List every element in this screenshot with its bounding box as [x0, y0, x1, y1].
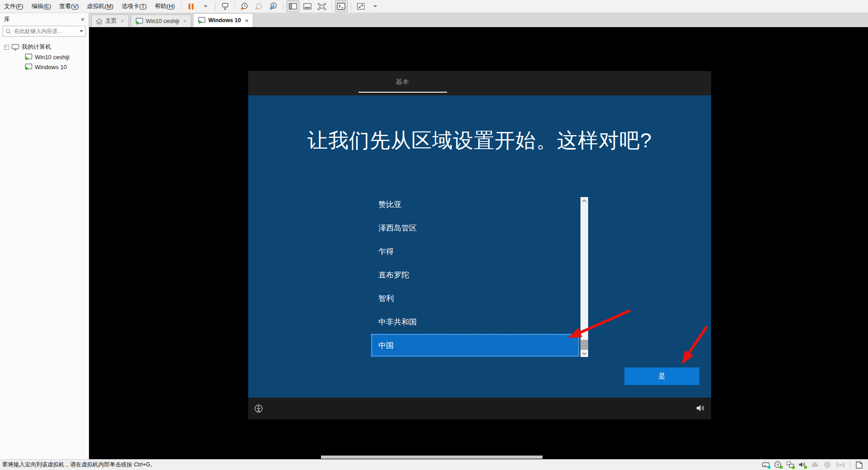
- scroll-up-icon[interactable]: [580, 197, 588, 204]
- tree-item-label: Win10 ceshiji: [35, 54, 70, 61]
- sound-icon[interactable]: [798, 461, 808, 469]
- tab-close-icon[interactable]: ×: [183, 18, 187, 24]
- toolbar-divider: [181, 2, 182, 10]
- tab-bar: 主页 × Win10 ceshiji × Windows 10 ×: [89, 13, 868, 27]
- region-option[interactable]: 中非共和国: [371, 310, 580, 334]
- thumbnail-bar-icon: [303, 3, 311, 9]
- manage-snapshots-button[interactable]: [267, 0, 280, 12]
- horizontal-scrollbar-thumb[interactable]: [321, 456, 542, 459]
- region-option[interactable]: 泽西岛管区: [371, 216, 580, 240]
- hard-disk-icon[interactable]: [762, 461, 771, 469]
- wifi-icon[interactable]: [835, 461, 846, 469]
- usb-icon[interactable]: [811, 461, 820, 469]
- toolbar-divider: [215, 2, 216, 10]
- suspend-button[interactable]: [185, 0, 198, 12]
- take-snapshot-button[interactable]: [238, 0, 251, 12]
- vm-icon: [24, 53, 33, 61]
- library-search-input[interactable]: [13, 28, 78, 35]
- library-panel: 库 × 我的计算机 Win10 ceshiji: [0, 13, 89, 459]
- top-menubar: 文件(F) 编辑(E) 查看(V) 虚拟机(M) 选项卡(T) 帮助(H): [0, 0, 868, 13]
- tab-label: 主页: [105, 17, 117, 25]
- menu: 文件(F) 编辑(E) 查看(V) 虚拟机(M) 选项卡(T) 帮助(H): [0, 0, 179, 13]
- library-close-icon[interactable]: ×: [81, 16, 85, 23]
- free-stretch-icon: [357, 3, 365, 10]
- message-log-icon[interactable]: [854, 461, 863, 469]
- library-tree: 我的计算机 Win10 ceshiji Windows 10: [0, 42, 89, 72]
- console-view-icon: [337, 3, 345, 10]
- network-adapter-icon[interactable]: [786, 461, 796, 469]
- vm-icon: [198, 17, 206, 24]
- menu-edit[interactable]: 编辑(E): [28, 2, 55, 10]
- revert-snapshot-icon: [255, 2, 263, 10]
- tree-item-my-computer[interactable]: 我的计算机: [0, 42, 89, 52]
- tab-close-icon[interactable]: ×: [245, 18, 249, 24]
- ease-of-access-icon[interactable]: [254, 404, 263, 413]
- status-bar: 要将输入定向到该虚拟机，请在虚拟机内部单击或按 Ctrl+G。: [0, 459, 868, 470]
- unity-mode-icon: [318, 3, 326, 10]
- yes-button[interactable]: 是: [624, 367, 699, 385]
- region-option[interactable]: 智利: [371, 287, 580, 310]
- region-option-selected[interactable]: 中国: [371, 334, 580, 357]
- menu-view[interactable]: 查看(V): [55, 2, 83, 10]
- region-option[interactable]: 乍得: [371, 240, 580, 263]
- toolbar-divider: [235, 2, 235, 10]
- region-option[interactable]: 赞比亚: [371, 193, 580, 216]
- tree-item-label: 我的计算机: [22, 43, 51, 51]
- thumbnail-bar-button[interactable]: [301, 0, 314, 12]
- status-message: 要将输入定向到该虚拟机，请在虚拟机内部单击或按 Ctrl+G。: [2, 461, 156, 469]
- cd-dvd-icon[interactable]: [774, 461, 783, 469]
- oobe-section-label: 基本: [380, 78, 425, 86]
- scroll-down-icon[interactable]: [580, 350, 588, 357]
- fullscreen-dropdown[interactable]: [369, 0, 382, 12]
- tab-label: Windows 10: [208, 17, 241, 24]
- tab-windows-10[interactable]: Windows 10 ×: [193, 13, 253, 27]
- fullscreen-button[interactable]: [354, 0, 367, 12]
- console-view-button[interactable]: [335, 0, 348, 12]
- oobe-section-underline: [359, 92, 447, 93]
- oobe-header: 基本: [248, 71, 711, 95]
- tree-item-vm-windows-10[interactable]: Windows 10: [0, 62, 89, 72]
- vm-icon: [135, 18, 143, 25]
- region-list: 赞比亚 泽西岛管区 乍得 直布罗陀 智利 中非共和国 中国: [371, 193, 580, 357]
- chevron-down-icon: [204, 5, 208, 7]
- menu-tabs[interactable]: 选项卡(T): [118, 2, 151, 10]
- tab-home[interactable]: 主页 ×: [91, 14, 129, 27]
- menu-file[interactable]: 文件(F): [0, 2, 28, 10]
- unity-mode-button[interactable]: [316, 0, 328, 12]
- region-option[interactable]: 直布罗陀: [371, 263, 580, 287]
- tree-item-vm-win10-ceshiji[interactable]: Win10 ceshiji: [0, 52, 89, 62]
- suspend-dropdown[interactable]: [199, 0, 212, 12]
- webcam-icon[interactable]: [823, 461, 832, 469]
- revert-snapshot-button[interactable]: [253, 0, 265, 12]
- toolbar-divider: [283, 2, 283, 10]
- library-toggle-button[interactable]: [287, 0, 299, 12]
- scrollbar-thumb[interactable]: [580, 340, 588, 350]
- chevron-down-icon: [373, 5, 377, 7]
- oobe-title: 让我们先从区域设置开始。这样对吧?: [248, 127, 711, 154]
- take-snapshot-icon: [240, 2, 249, 10]
- manage-snapshots-icon: [269, 2, 278, 10]
- ctrl-alt-del-icon: [221, 3, 229, 10]
- menu-help[interactable]: 帮助(H): [151, 2, 179, 10]
- vm-console-area[interactable]: 基本 让我们先从区域设置开始。这样对吧? 赞比亚 泽西岛管区 乍得 直布罗陀 智…: [89, 27, 868, 459]
- region-list-scrollbar[interactable]: [580, 197, 588, 357]
- menu-vm[interactable]: 虚拟机(M): [83, 2, 118, 10]
- toolbar-divider: [331, 2, 332, 10]
- home-icon: [96, 18, 103, 24]
- oobe-bottom-bar: [248, 398, 711, 419]
- windows-oobe-screen: 基本 让我们先从区域设置开始。这样对吧? 赞比亚 泽西岛管区 乍得 直布罗陀 智…: [248, 71, 711, 419]
- tab-win10-ceshiji[interactable]: Win10 ceshiji ×: [131, 14, 191, 27]
- tree-item-label: Windows 10: [35, 64, 67, 70]
- library-title: 库: [4, 15, 10, 24]
- ctrl-alt-del-button[interactable]: [219, 0, 231, 12]
- tab-close-icon[interactable]: ×: [121, 18, 124, 24]
- volume-icon[interactable]: [696, 404, 705, 412]
- status-device-icons: [762, 461, 868, 469]
- library-search[interactable]: [3, 26, 86, 37]
- search-dropdown-icon[interactable]: [80, 30, 83, 32]
- status-divider: [850, 461, 850, 469]
- vm-icon: [24, 63, 33, 70]
- collapse-icon[interactable]: [4, 45, 9, 50]
- search-icon: [5, 28, 11, 34]
- toolbar-divider: [351, 2, 351, 10]
